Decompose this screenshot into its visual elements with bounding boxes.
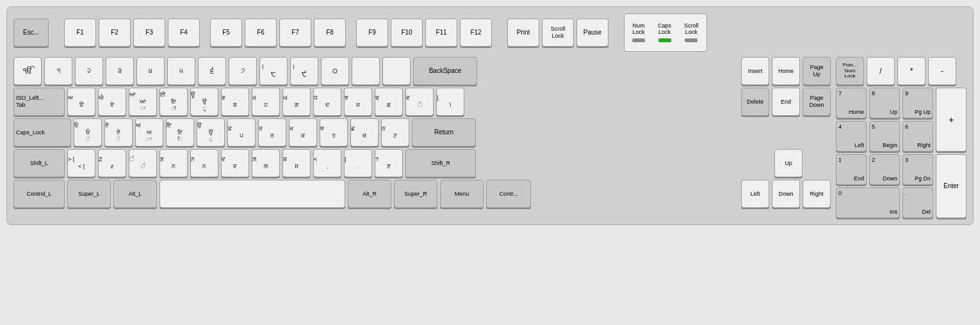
key-page-up[interactable]: PageUp (803, 57, 831, 85)
key-print[interactable]: Print (507, 19, 539, 47)
key-slash[interactable]: | . (344, 149, 372, 177)
key-ctrl-right[interactable]: Contr... (486, 180, 531, 208)
key-6[interactable]: ੬ (198, 57, 226, 85)
key-return[interactable]: Return (412, 118, 476, 147)
key-f7[interactable]: F7 (279, 19, 311, 47)
key-s[interactable]: ਏ ਏ◌ੇ (104, 118, 133, 147)
key-np-8[interactable]: 8Up (869, 88, 900, 118)
key-np-star[interactable]: * (897, 57, 926, 85)
key-right[interactable]: Right (803, 180, 831, 208)
key-y[interactable]: ਭ ਬ (221, 88, 249, 116)
key-d[interactable]: ਅ ਅ◌ਾ (135, 118, 163, 147)
key-7[interactable]: ੭ (229, 57, 257, 85)
key-9[interactable]: ) ੯ (290, 57, 318, 85)
key-alt-right[interactable]: Alt_R (348, 180, 391, 208)
key-esc[interactable]: Esc... (13, 19, 49, 47)
key-f4[interactable]: F4 (168, 19, 200, 47)
key-f5[interactable]: F5 (210, 19, 242, 47)
key-f10[interactable]: F10 (391, 19, 423, 47)
key-x[interactable]: Z z (98, 149, 126, 177)
key-np-enter[interactable]: Enter (936, 154, 967, 218)
key-f1[interactable]: F1 (64, 19, 96, 47)
key-np-5[interactable]: 5Begin (869, 121, 900, 152)
key-scroll-lock[interactable]: ScrollLock (542, 19, 574, 47)
key-np-9[interactable]: 9Pg Up (902, 88, 933, 118)
key-pause[interactable]: Pause (576, 19, 608, 47)
key-f[interactable]: ਇ ਇ◌ਿ (166, 118, 194, 147)
key-z[interactable]: > | < | (67, 149, 95, 177)
key-0[interactable]: ੦ (321, 57, 349, 85)
key-end[interactable]: End (772, 88, 800, 116)
key-backtick[interactable]: ੴ (13, 57, 42, 85)
key-super-left[interactable]: Super_L (67, 180, 111, 208)
key-f11[interactable]: F11 (425, 19, 457, 47)
key-e[interactable]: ਆ ਆ◌ਾ (129, 88, 157, 116)
key-c[interactable]: ◌ੰ ◌ੰ (129, 149, 157, 177)
key-f9[interactable]: F9 (356, 19, 388, 47)
key-np-3[interactable]: 3Pg Dn (902, 154, 933, 185)
key-1[interactable]: ੧ (44, 57, 72, 85)
key-equals[interactable] (382, 57, 411, 85)
key-f12[interactable]: F12 (460, 19, 492, 47)
key-f2[interactable]: F2 (99, 19, 131, 47)
key-np-plus[interactable]: + (936, 88, 967, 152)
key-o[interactable]: ਧ ਦ (313, 88, 341, 116)
key-slash2[interactable]: ? ਣ (375, 149, 403, 177)
key-backspace[interactable]: BackSpace (413, 57, 477, 85)
key-np-dot[interactable]: .Del (902, 187, 933, 218)
key-a[interactable]: ਓ ਓ◌ੋ (74, 118, 102, 147)
key-f8[interactable]: F8 (314, 19, 346, 47)
key-backslash[interactable]: | \ (436, 88, 464, 116)
key-np-4[interactable]: 4Left (836, 121, 867, 152)
key-j[interactable]: ਰ ਰ (258, 118, 286, 147)
key-4[interactable]: ੪ (136, 57, 165, 85)
key-b[interactable]: ਨ ਨ (190, 149, 218, 177)
key-n[interactable]: ਵ ਵ (221, 149, 249, 177)
key-insert[interactable]: Insert (741, 57, 769, 85)
key-f6[interactable]: F6 (245, 19, 277, 47)
key-q[interactable]: ਅ ੳ (67, 88, 95, 116)
key-bracket-right[interactable]: ਵ ◌ੋ (405, 88, 434, 116)
key-shift-left[interactable]: Shift_L (13, 149, 65, 177)
key-p[interactable]: ਝ ਜ (344, 88, 372, 116)
key-minus[interactable] (352, 57, 380, 85)
key-period[interactable]: < , (313, 149, 341, 177)
key-menu[interactable]: Menu (440, 180, 484, 208)
key-quote[interactable]: ਠ ਟ (381, 118, 409, 147)
key-semicolon[interactable]: ਛ ਚ (350, 118, 379, 147)
key-k[interactable]: ਖ ਕ (289, 118, 317, 147)
key-v[interactable]: ਣ ਨ (159, 149, 188, 177)
key-shift-right[interactable]: Shift_R (405, 149, 476, 177)
key-super-right[interactable]: Super_R (394, 180, 437, 208)
key-bracket-left[interactable]: ਢ ਡ (375, 88, 403, 116)
key-8[interactable]: ( ੮ (259, 57, 288, 85)
key-alt-left[interactable]: Alt_L (113, 180, 157, 208)
key-np-slash[interactable]: / (867, 57, 895, 85)
key-home[interactable]: Home (772, 57, 800, 85)
key-np-7[interactable]: 7Home (836, 88, 867, 118)
key-w[interactable]: ਐ ਏ (98, 88, 126, 116)
key-tab[interactable]: ISO_Left... Tab (13, 88, 65, 116)
key-g[interactable]: ਉ ਉ◌ੁ (197, 118, 225, 147)
key-np-minus[interactable]: - (928, 57, 956, 85)
key-h[interactable]: ਫ ਪ (227, 118, 256, 147)
key-r[interactable]: ਈ ਇ◌ੀ (159, 88, 188, 116)
key-space[interactable] (159, 180, 345, 208)
key-caps-lock[interactable]: Caps_Lock (13, 118, 71, 147)
key-ctrl-left[interactable]: Control_L (13, 180, 65, 208)
key-left[interactable]: Left (741, 180, 769, 208)
key-5[interactable]: ੫ (167, 57, 195, 85)
key-np-0[interactable]: 0Ins (836, 187, 900, 218)
key-poin-num-lock[interactable]: Poin...NumLock (836, 57, 864, 85)
key-comma[interactable]: ਸ਼ ਸ (282, 149, 311, 177)
key-np-1[interactable]: 1End (836, 154, 867, 185)
key-t[interactable]: ਊ ਉ◌ੂ (190, 88, 218, 116)
key-down[interactable]: Down (772, 180, 800, 208)
key-2[interactable]: ੨ (75, 57, 103, 85)
key-m[interactable]: ਲ਼ ਲ (252, 149, 280, 177)
key-3[interactable]: ੩ (106, 57, 134, 85)
key-delete[interactable]: Delete (741, 88, 769, 116)
key-u[interactable]: ਖ ਹ (252, 88, 280, 116)
key-np-2[interactable]: 2Down (869, 154, 900, 185)
key-i[interactable]: ਘ ਗ (282, 88, 311, 116)
